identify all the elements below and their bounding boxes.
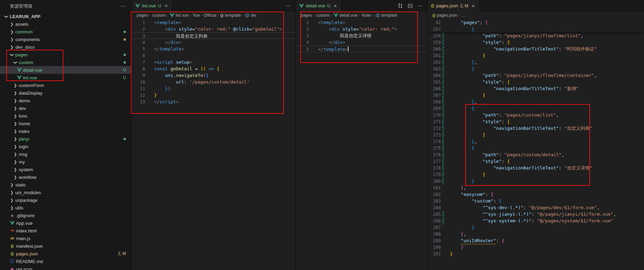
sticky-line[interactable]: 42 "pages": [ <box>428 19 644 26</box>
tree-item-customForm[interactable]: ❯customForm <box>0 81 131 89</box>
code-line[interactable]: 272 "navigationBarTitleText": "自定义列表" <box>428 125 644 132</box>
code-line[interactable]: 287 } <box>428 224 644 231</box>
code-line[interactable]: 4 </div> <box>132 39 295 46</box>
breadcrumb-item[interactable]: {}template <box>220 13 241 18</box>
code-line[interactable]: 276 "path": "pages/custom/detail", <box>428 151 644 158</box>
breadcrumb-item[interactable]: custom <box>316 13 329 18</box>
tab-pages.json[interactable]: {}pages.json2, M× <box>428 0 479 11</box>
tree-item-uni_modules[interactable]: ❯uni_modules <box>0 189 131 196</box>
close-tab-icon[interactable]: × <box>334 3 337 8</box>
code-line[interactable]: 273 } <box>428 132 644 138</box>
breadcrumb-item[interactable]: pages <box>137 13 148 18</box>
code-line[interactable]: 285 "^sys-jianyi-(.*)": "@/pages/jianyi/… <box>428 211 644 217</box>
more-icon[interactable]: ⋯ <box>418 3 423 8</box>
tree-item-detail.vue[interactable]: detail.vueU <box>0 66 131 74</box>
code-editor[interactable]: 42 "pages": [257 {258 "path": "pages/jia… <box>428 19 644 270</box>
code-line[interactable]: 269 { <box>428 105 644 112</box>
code-line[interactable]: 2 <div style="color: red;" @click="goDet… <box>132 26 295 32</box>
tree-item-my[interactable]: ❯my <box>0 158 131 166</box>
tree-item-LEARUN_APP[interactable]: ❯LEARUN_APP <box>0 13 131 20</box>
sticky-line[interactable]: 257 { <box>428 26 644 32</box>
more-icon[interactable]: ⋯ <box>286 3 291 8</box>
breadcrumb-item[interactable]: … <box>461 13 465 18</box>
tree-item-components[interactable]: ❯components <box>0 35 131 43</box>
tree-item-demo[interactable]: ❯demo <box>0 97 131 104</box>
tree-item-pages.json[interactable]: {}pages.json2, M <box>0 250 131 257</box>
tree-item-dev_docs[interactable]: ❯dev_docs <box>0 43 131 51</box>
breadcrumb-item[interactable]: div <box>245 13 256 18</box>
code-line[interactable]: 263 { <box>428 65 644 72</box>
tree-item-common[interactable]: ❯common <box>0 28 131 35</box>
code-line[interactable]: 3 我是自定义详情 <box>296 32 427 39</box>
tree-item-manifest.json[interactable]: {}manifest.json <box>0 242 131 250</box>
tree-item-index.html[interactable]: <>index.html <box>0 227 131 235</box>
code-line[interactable]: 259 "style": { <box>428 39 644 46</box>
code-line[interactable]: 264 "path": "pages/jianyi/flowTime/conta… <box>428 72 644 79</box>
tree-item-home[interactable]: ❯home <box>0 120 131 127</box>
code-line[interactable]: 261 } <box>428 52 644 59</box>
code-line[interactable]: 274 }, <box>428 138 644 145</box>
code-line[interactable]: 288 }, <box>428 231 644 237</box>
code-line[interactable]: 262 }, <box>428 59 644 65</box>
code-line[interactable]: 284 "^sys-dev-(.*)": "@/pages/dev/$1/for… <box>428 204 644 211</box>
code-line[interactable]: 270 "path": "pages/custom/list", <box>428 112 644 118</box>
tree-item-main.js[interactable]: JSmain.js <box>0 235 131 242</box>
tree-item-.gitignore[interactable]: ◈.gitignore <box>0 212 131 219</box>
code-line[interactable]: 279 } <box>428 171 644 178</box>
tree-item-uni.scss[interactable]: ◉uni.scss <box>0 265 131 270</box>
tab-list.vue[interactable]: list.vueU× <box>132 0 172 11</box>
code-line[interactable]: 290 } <box>428 244 644 251</box>
code-line[interactable]: 9 uni.navigateTo({ <box>132 72 295 79</box>
tree-item-system[interactable]: ❯system <box>0 166 131 173</box>
code-line[interactable]: 275 { <box>428 145 644 151</box>
code-line[interactable]: 2 <div style="color: red;"> <box>296 26 427 32</box>
code-line[interactable]: 265 "style": { <box>428 79 644 85</box>
code-line[interactable]: 4 </div> <box>296 39 427 46</box>
tree-item-pages[interactable]: ❯pages <box>0 51 131 58</box>
tree-item-index[interactable]: ❯index <box>0 127 131 135</box>
tree-item-msg[interactable]: ❯msg <box>0 150 131 158</box>
code-line[interactable]: 1<template> <box>132 19 295 26</box>
code-line[interactable]: 6 <box>132 52 295 59</box>
code-line[interactable]: 11 }) <box>132 85 295 92</box>
code-line[interactable]: 266 "navigationBarTitleText": "新增" <box>428 85 644 92</box>
tree-item-assets[interactable]: ❯assets <box>0 20 131 28</box>
tree-item-custom[interactable]: ❯custom <box>0 58 131 66</box>
code-line[interactable]: 7<script setup> <box>132 59 295 65</box>
code-line[interactable]: 13</script> <box>132 98 295 105</box>
tree-item-func[interactable]: ❯func <box>0 112 131 120</box>
close-tab-icon[interactable]: × <box>165 3 168 8</box>
tree-item-README.md[interactable]: ⓘREADME.md <box>0 257 131 265</box>
tree-item-login[interactable]: ❯login <box>0 143 131 150</box>
tree-item-utils[interactable]: ❯utils <box>0 204 131 212</box>
code-line[interactable]: 1<template> <box>296 19 427 26</box>
tree-item-list.vue[interactable]: list.vueU <box>0 74 131 81</box>
close-tab-icon[interactable]: × <box>472 3 475 8</box>
breadcrumb-item[interactable]: custom <box>152 13 166 18</box>
code-line[interactable]: 260 "navigationBarTitleText": "时间组件验证" <box>428 46 644 52</box>
split-icon[interactable] <box>408 3 413 8</box>
explorer-more-button[interactable]: ⋯ <box>120 3 126 9</box>
code-editor[interactable]: 1<template>2 <div style="color: red;">3 … <box>296 19 427 270</box>
breadcrumb-item[interactable]: list.vue <box>170 13 189 18</box>
code-line[interactable]: 281 ], <box>428 184 644 191</box>
code-line[interactable]: 3 我是自定义列表 <box>132 32 295 39</box>
breadcrumb-item[interactable]: Vuter <box>361 13 371 18</box>
tree-item-unpackage[interactable]: ❯unpackage <box>0 196 131 204</box>
code-line[interactable]: 258 "path": "pages/jianyi/flowTime/list"… <box>428 32 644 39</box>
code-line[interactable]: 286 "^sys-system-(.*)": "@/pages/system/… <box>428 217 644 224</box>
code-line[interactable]: 5</template> <box>132 46 295 52</box>
tree-item-static[interactable]: ❯static <box>0 181 131 189</box>
tree-item-workflow[interactable]: ❯workflow <box>0 173 131 181</box>
tab-detail.vue[interactable]: detail.vueU× <box>296 0 341 11</box>
tree-item-dev[interactable]: ❯dev <box>0 104 131 112</box>
tree-item-jianyi[interactable]: ❯jianyi <box>0 135 131 143</box>
tree-item-dataDisplay[interactable]: ❯dataDisplay <box>0 89 131 97</box>
code-line[interactable]: 283 "custom": { <box>428 198 644 204</box>
breadcrumb-item[interactable]: {}pages.json <box>432 13 457 18</box>
breadcrumb-item[interactable]: detail.vue <box>334 13 357 18</box>
code-line[interactable]: 280 } <box>428 178 644 184</box>
breadcrumb-item[interactable]: pages <box>301 13 312 18</box>
code-line[interactable]: 277 "style": { <box>428 158 644 165</box>
breadcrumb-item[interactable]: Vue - Official <box>193 13 216 18</box>
